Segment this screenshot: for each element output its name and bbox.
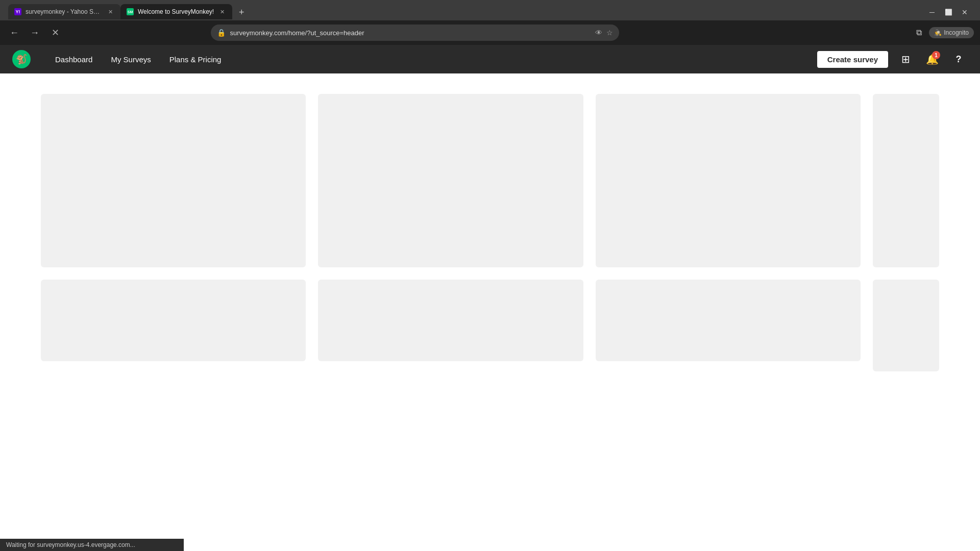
maximize-button[interactable]: ⬜ (941, 5, 955, 19)
skeleton-main-cards-row1 (41, 94, 861, 267)
skeleton-sidebar-col (873, 94, 939, 267)
skeleton-sidebar-card-2 (873, 280, 939, 371)
nav-plans-pricing[interactable]: Plans & Pricing (161, 51, 230, 68)
incognito-label: Incognito (944, 29, 969, 36)
lock-icon: 🔒 (217, 29, 226, 37)
reload-button[interactable]: ✕ (47, 24, 63, 41)
tab-sm-close[interactable]: ✕ (218, 8, 226, 16)
url-display: surveymonkey.com/home/?ut_source=header (230, 29, 591, 37)
browser-title-bar: Y! surveymonkey - Yahoo Search ✕ SM Welc… (0, 0, 980, 20)
star-icon[interactable]: ☆ (606, 29, 613, 37)
tab-yahoo[interactable]: Y! surveymonkey - Yahoo Search ✕ (8, 4, 120, 19)
eyeoff-icon: 👁 (595, 29, 602, 37)
nav-dashboard[interactable]: Dashboard (47, 51, 101, 68)
skeleton-sidebar-card-1 (873, 94, 939, 267)
sidebar-toggle-button[interactable]: ⧉ (911, 24, 927, 41)
help-icon: ? (956, 54, 962, 65)
skeleton-main-cards-row2 (41, 280, 861, 371)
notifications-button[interactable]: 🔔 1 (923, 50, 941, 68)
address-bar-row: ← → ✕ 🔒 surveymonkey.com/home/?ut_source… (0, 20, 980, 45)
forward-button[interactable]: → (27, 24, 43, 41)
skeleton-card-4 (41, 280, 306, 361)
close-button[interactable]: ✕ (958, 5, 972, 19)
nav-my-surveys[interactable]: My Surveys (103, 51, 159, 68)
skeleton-card-5 (318, 280, 583, 361)
apps-grid-button[interactable]: ⊞ (896, 50, 915, 68)
page-content (0, 73, 980, 533)
app-nav: Dashboard My Surveys Plans & Pricing (47, 51, 801, 68)
app-header-right: Create survey ⊞ 🔔 1 ? (817, 50, 968, 68)
browser-toolbar: ⧉ 🕵 Incognito (911, 24, 974, 41)
tab-sm-title: Welcome to SurveyMonkey! (138, 8, 214, 15)
back-button[interactable]: ← (6, 24, 22, 41)
notification-count: 1 (932, 51, 940, 59)
app-logo[interactable]: 🐒 (12, 50, 31, 68)
new-tab-button[interactable]: + (234, 5, 249, 19)
create-survey-button[interactable]: Create survey (817, 51, 888, 68)
skeleton-row-1 (41, 94, 939, 267)
logo-icon: 🐒 (12, 50, 31, 68)
address-bar[interactable]: 🔒 surveymonkey.com/home/?ut_source=heade… (211, 24, 619, 41)
help-button[interactable]: ? (949, 50, 968, 68)
status-text: Waiting for surveymonkey.us-4.evergage.c… (6, 541, 135, 548)
tab-yahoo-close[interactable]: ✕ (106, 8, 114, 16)
minimize-button[interactable]: ─ (925, 5, 939, 19)
skeleton-card-1 (41, 94, 306, 267)
skeleton-row-2 (41, 280, 939, 371)
skeleton-card-2 (318, 94, 583, 267)
skeleton-sidebar-col-2 (873, 280, 939, 371)
incognito-icon: 🕵 (934, 29, 942, 36)
skeleton-card-3 (596, 94, 861, 267)
apps-grid-icon: ⊞ (901, 53, 910, 65)
tab-surveymonkey[interactable]: SM Welcome to SurveyMonkey! ✕ (120, 4, 232, 19)
tab-yahoo-title: surveymonkey - Yahoo Search (26, 8, 102, 15)
incognito-badge: 🕵 Incognito (929, 27, 974, 38)
status-bar: Waiting for surveymonkey.us-4.evergage.c… (0, 539, 184, 551)
skeleton-card-6 (596, 280, 861, 361)
app-header: 🐒 Dashboard My Surveys Plans & Pricing C… (0, 45, 980, 73)
yahoo-favicon: Y! (14, 8, 21, 15)
sm-favicon: SM (127, 8, 134, 15)
